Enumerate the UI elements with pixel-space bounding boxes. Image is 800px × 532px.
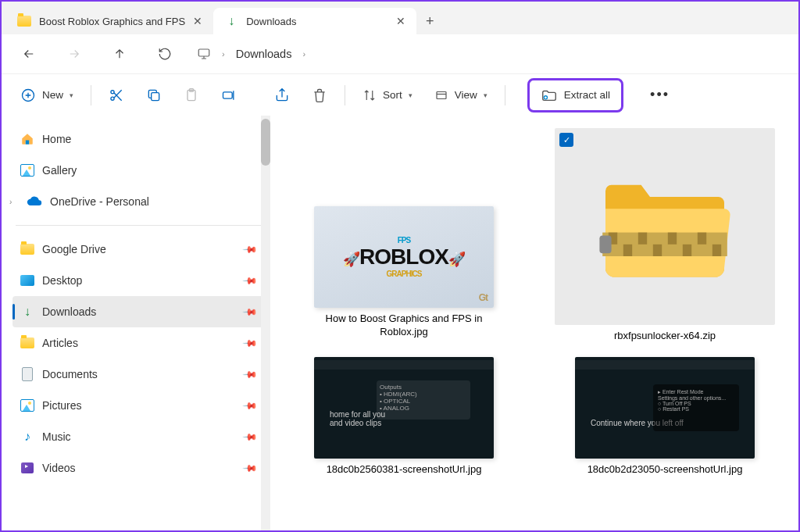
breadcrumb[interactable]: › Downloads › bbox=[197, 47, 305, 61]
scrollbar-thumb[interactable] bbox=[261, 119, 270, 166]
pin-icon[interactable]: 📌 bbox=[242, 429, 259, 445]
thumbnail: home for all youand video clips Outputs•… bbox=[314, 357, 494, 459]
share-button[interactable] bbox=[266, 81, 298, 109]
sidebar-item-videos[interactable]: Videos📌 bbox=[12, 452, 264, 484]
share-icon bbox=[274, 87, 290, 103]
sidebar-item-downloads[interactable]: ↓Downloads📌 bbox=[12, 296, 264, 327]
forward-button[interactable] bbox=[61, 41, 88, 67]
pin-icon[interactable]: 📌 bbox=[242, 335, 259, 352]
gallery-icon bbox=[20, 163, 34, 177]
pin-icon[interactable]: 📌 bbox=[242, 398, 259, 414]
tab-label: Downloads bbox=[246, 16, 296, 27]
thumb-text: GRAPHICS bbox=[387, 270, 422, 278]
delete-button[interactable] bbox=[304, 81, 335, 109]
copy-button[interactable] bbox=[138, 81, 170, 109]
sidebar-label: Home bbox=[42, 133, 71, 145]
svg-rect-7 bbox=[223, 91, 233, 98]
svg-rect-13 bbox=[623, 245, 632, 256]
svg-rect-16 bbox=[668, 233, 677, 245]
pin-icon[interactable]: 📌 bbox=[242, 273, 259, 289]
sidebar-item-music[interactable]: ♪Music📌 bbox=[12, 421, 264, 452]
sidebar-label: Music bbox=[42, 430, 71, 443]
close-icon[interactable]: ✕ bbox=[193, 15, 202, 27]
svg-rect-0 bbox=[198, 49, 209, 56]
file-item-selected[interactable]: ✓ rbxfpsunlocker-x64.zip bbox=[550, 128, 780, 343]
home-icon bbox=[20, 132, 34, 146]
navigation-bar: › Downloads › bbox=[2, 34, 798, 73]
pin-icon[interactable]: 📌 bbox=[242, 304, 259, 320]
sidebar-label: Articles bbox=[42, 337, 78, 349]
back-button[interactable] bbox=[16, 41, 42, 67]
new-tab-button[interactable]: + bbox=[416, 8, 443, 34]
tab-label: Boost Roblox Graphics and FPS bbox=[39, 16, 185, 27]
rename-button[interactable] bbox=[213, 81, 245, 109]
clipboard-icon bbox=[184, 87, 199, 103]
file-name: rbxfpsunlocker-x64.zip bbox=[614, 330, 716, 343]
divider bbox=[16, 225, 261, 226]
rename-icon bbox=[221, 87, 237, 103]
file-item[interactable]: Continue where you left off ▸ Enter Rest… bbox=[550, 357, 780, 477]
pin-icon[interactable]: 📌 bbox=[242, 241, 259, 258]
chevron-down-icon: ▾ bbox=[484, 91, 488, 99]
scrollbar[interactable] bbox=[261, 116, 270, 530]
plus-circle-icon bbox=[20, 87, 36, 103]
chevron-right-icon[interactable]: › bbox=[302, 49, 305, 59]
extract-all-button[interactable]: Extract all bbox=[527, 78, 623, 112]
scissors-icon bbox=[109, 87, 124, 103]
toolbar: New ▾ Sort ▾ View ▾ Extract all ••• bbox=[2, 73, 798, 116]
tab-downloads[interactable]: ↓ Downloads ✕ bbox=[213, 8, 416, 34]
sidebar-item-desktop[interactable]: Desktop📌 bbox=[12, 265, 264, 296]
view-button[interactable]: View ▾ bbox=[427, 81, 495, 109]
trash-icon bbox=[312, 87, 327, 103]
chevron-right-icon[interactable]: › bbox=[9, 198, 12, 206]
sidebar-label: Google Drive bbox=[42, 243, 106, 255]
folder-icon bbox=[20, 242, 34, 256]
svg-rect-14 bbox=[638, 233, 647, 245]
thumb-text: FPS bbox=[398, 236, 410, 245]
music-icon: ♪ bbox=[20, 430, 34, 444]
copy-icon bbox=[146, 87, 162, 103]
pin-icon[interactable]: 📌 bbox=[242, 460, 259, 477]
sidebar-item-home[interactable]: Home bbox=[12, 123, 264, 155]
pin-icon[interactable]: 📌 bbox=[242, 366, 259, 383]
sidebar-item-articles[interactable]: Articles📌 bbox=[12, 327, 264, 359]
tab-bar: Boost Roblox Graphics and FPS ✕ ↓ Downlo… bbox=[2, 2, 798, 34]
view-icon bbox=[434, 88, 448, 102]
close-icon[interactable]: ✕ bbox=[396, 15, 405, 27]
up-button[interactable] bbox=[106, 41, 133, 67]
file-name: How to Boost Graphics and FPS in Roblox.… bbox=[302, 312, 505, 339]
sidebar-label: Gallery bbox=[42, 164, 77, 177]
cloud-icon bbox=[27, 196, 42, 207]
new-button[interactable]: New ▾ bbox=[12, 81, 81, 109]
file-item[interactable]: home for all youand video clips Outputs•… bbox=[289, 357, 519, 477]
refresh-button[interactable] bbox=[152, 41, 178, 67]
sidebar-label: Documents bbox=[42, 368, 98, 380]
more-button[interactable]: ••• bbox=[642, 81, 677, 109]
sidebar-item-onedrive[interactable]: › OneDrive - Personal bbox=[12, 186, 264, 217]
thumbnail bbox=[559, 133, 770, 320]
svg-rect-18 bbox=[698, 233, 706, 245]
sort-button[interactable]: Sort ▾ bbox=[355, 81, 420, 109]
sort-icon bbox=[362, 88, 377, 102]
divider bbox=[505, 85, 505, 105]
sidebar-label: Videos bbox=[42, 462, 76, 474]
cut-button[interactable] bbox=[101, 81, 132, 109]
download-icon: ↓ bbox=[224, 14, 238, 28]
extract-label: Extract all bbox=[564, 89, 610, 101]
chevron-down-icon: ▾ bbox=[409, 91, 412, 99]
paste-button[interactable] bbox=[176, 81, 207, 109]
sidebar-item-gallery[interactable]: Gallery bbox=[12, 155, 264, 186]
svg-rect-17 bbox=[683, 245, 691, 256]
chevron-right-icon[interactable]: › bbox=[222, 49, 225, 59]
extract-icon bbox=[541, 87, 558, 104]
thumb-text: ROBLOX bbox=[359, 245, 448, 269]
tab-boost-roblox[interactable]: Boost Roblox Graphics and FPS ✕ bbox=[6, 8, 213, 34]
breadcrumb-location[interactable]: Downloads bbox=[236, 48, 292, 60]
desktop-icon bbox=[20, 273, 34, 287]
sidebar-item-google-drive[interactable]: Google Drive📌 bbox=[12, 234, 264, 265]
sidebar-item-pictures[interactable]: Pictures📌 bbox=[12, 390, 264, 421]
sidebar-item-documents[interactable]: Documents📌 bbox=[12, 359, 264, 390]
divider bbox=[345, 85, 345, 105]
thumb-text: Gt bbox=[479, 292, 488, 303]
file-item[interactable]: FPS 🚀ROBLOX🚀 GRAPHICS Gt How to Boost Gr… bbox=[289, 206, 519, 343]
